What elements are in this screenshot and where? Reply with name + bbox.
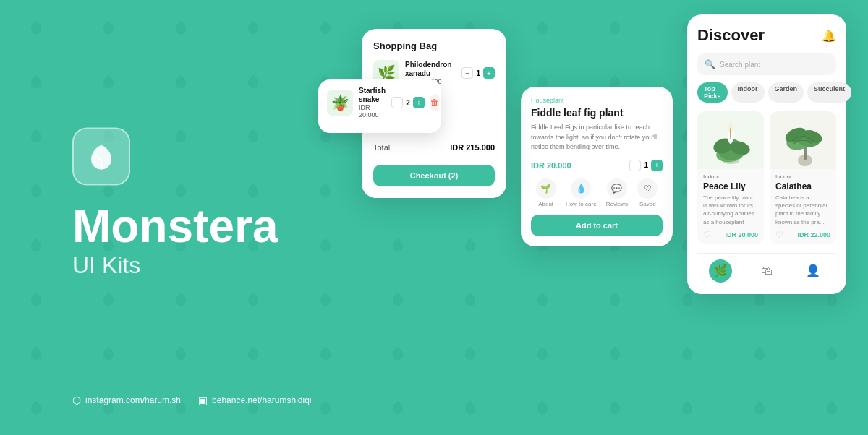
shopping-bag-phone: Shopping Bag 🌿 Philodendron xanadu IDR 1… [362, 29, 506, 198]
reviews-label: Reviews [606, 201, 628, 207]
peace-lily-body: Indoor Peace Lily The peace lily plant i… [697, 169, 764, 244]
brand-title: Monstera [72, 203, 278, 249]
cart-item-2-info: Starfish snake IDR 20.000 [359, 87, 386, 119]
filter-tabs: Top Picks Indoor Garden Succulent [697, 82, 836, 103]
peace-lily-desc: The peace lily plant is well known for i… [703, 194, 758, 226]
calathea-name: Calathea [775, 181, 830, 191]
behance-text: behance.net/harumshidiqi [212, 395, 311, 405]
nav-how-to-care[interactable]: 💧 How to care [566, 178, 597, 207]
about-icon: 🌱 [536, 178, 556, 199]
plant-detail-price: IDR 20.000 [531, 161, 571, 170]
instagram-icon: ⬡ [72, 395, 81, 406]
peace-lily-price: IDR 20.000 [725, 231, 758, 238]
cart-total-value: IDR 215.000 [450, 143, 495, 152]
footer-links: ⬡ instagram.com/harum.sh ▣ behance.net/h… [72, 395, 311, 406]
behance-link[interactable]: ▣ behance.net/harumshidiqi [198, 395, 311, 406]
qty-controls-1: − 1 + [461, 67, 495, 79]
plant-card-calathea[interactable]: Indoor Calathea Calathea is a species of… [770, 111, 836, 244]
qty-decrease-2[interactable]: − [391, 97, 403, 108]
calathea-body: Indoor Calathea Calathea is a species of… [770, 169, 836, 244]
cart-item-2-name: Starfish snake [359, 87, 386, 104]
about-label: About [538, 201, 553, 207]
floating-cart-item: 🪴 Starfish snake IDR 20.000 − 2 + 🗑 [318, 79, 441, 133]
cart-item-2-price: IDR 20.000 [359, 104, 386, 119]
delete-item-btn[interactable]: 🗑 [430, 94, 439, 111]
nav-reviews[interactable]: 💬 Reviews [606, 178, 628, 207]
plant-detail-description: Fiddle Leaf Figs in particular like to r… [531, 123, 663, 152]
qty-increase-1[interactable]: + [483, 67, 495, 79]
qty-value-2: 2 [406, 99, 410, 107]
behance-icon: ▣ [198, 395, 208, 406]
discover-phone: Discover 🔔 🔍 Search plant Top Picks Indo… [687, 14, 846, 294]
filter-garden[interactable]: Garden [768, 82, 804, 103]
price-qty-row: IDR 20.000 − 1 + [531, 160, 663, 171]
calathea-category: Indoor [775, 173, 830, 180]
how-to-care-icon: 💧 [571, 178, 591, 199]
instagram-text: instagram.com/harum.sh [85, 395, 181, 405]
add-to-cart-button[interactable]: Add to cart [531, 215, 663, 236]
plant-qty-controls: − 1 + [629, 160, 663, 171]
qty-increase-2[interactable]: + [413, 97, 425, 108]
qty-controls-2: − 2 + [391, 97, 425, 108]
plant-qty-value: 1 [644, 161, 648, 169]
search-bar[interactable]: 🔍 Search plant [697, 53, 836, 75]
peace-lily-footer: ♡ IDR 20.000 [703, 230, 758, 240]
filter-top-picks[interactable]: Top Picks [697, 82, 728, 103]
leaf-icon [84, 139, 119, 174]
shopping-bag-title: Shopping Bag [373, 40, 495, 51]
saved-label: Saved [639, 201, 656, 207]
nav-bag-icon[interactable]: 🛍 [755, 259, 778, 283]
nav-about[interactable]: 🌱 About [536, 178, 556, 207]
cart-item-2: 🪴 Starfish snake IDR 20.000 − 2 + 🗑 [327, 87, 433, 119]
plant-qty-decrease[interactable]: − [629, 160, 641, 171]
reviews-icon: 💬 [607, 178, 627, 199]
background: // Will be rendered by the populate scri… [0, 0, 868, 435]
nav-profile-icon[interactable]: 👤 [801, 259, 825, 283]
calathea-desc: Calathea is a species of perennial plant… [775, 194, 830, 226]
filter-succulent[interactable]: Succulent [807, 82, 851, 103]
discover-header: Discover 🔔 [697, 26, 836, 45]
nav-home-icon[interactable]: 🌿 [709, 259, 732, 283]
search-placeholder-text: Search plant [720, 61, 760, 69]
filter-indoor[interactable]: Indoor [731, 82, 765, 103]
calathea-footer: ♡ IDR 22.000 [775, 230, 830, 240]
calathea-heart[interactable]: ♡ [775, 230, 783, 240]
plant-category: Houseplant [531, 97, 663, 104]
saved-icon: ♡ [637, 178, 658, 199]
plant-cards-grid: Indoor Peace Lily The peace lily plant i… [697, 111, 836, 244]
calathea-image [770, 111, 836, 169]
plant-detail-name: Fiddle leaf fig plant [531, 107, 663, 119]
instagram-link[interactable]: ⬡ instagram.com/harum.sh [72, 395, 181, 406]
peace-lily-image [697, 111, 764, 169]
bell-icon[interactable]: 🔔 [822, 29, 836, 43]
cart-total: Total IDR 215.000 [373, 137, 495, 158]
nav-saved[interactable]: ♡ Saved [637, 178, 658, 207]
search-icon: 🔍 [705, 59, 715, 69]
peace-lily-heart[interactable]: ♡ [703, 230, 711, 240]
how-to-care-label: How to care [566, 201, 597, 207]
discover-bottom-nav: 🌿 🛍 👤 [697, 253, 836, 283]
cart-total-label: Total [373, 143, 390, 152]
plant-detail-phone: Houseplant Fiddle leaf fig plant Fiddle … [521, 87, 673, 246]
left-section: Monstera UI Kits [72, 128, 278, 308]
checkout-button[interactable]: Checkout (2) [373, 165, 495, 186]
peace-lily-name: Peace Lily [703, 181, 758, 191]
qty-decrease-1[interactable]: − [461, 67, 473, 79]
svg-rect-105 [730, 128, 731, 139]
cart-item-1-name: Philodendron xanadu [405, 61, 456, 78]
discover-title: Discover [697, 26, 765, 45]
peace-lily-category: Indoor [703, 173, 758, 180]
brand-subtitle: UI Kits [72, 252, 278, 279]
plant-card-peace-lily[interactable]: Indoor Peace Lily The peace lily plant i… [697, 111, 764, 244]
phones-container: Shopping Bag 🌿 Philodendron xanadu IDR 1… [362, 14, 846, 294]
cart-item-2-img: 🪴 [327, 90, 353, 116]
plant-qty-increase[interactable]: + [651, 160, 663, 171]
qty-value-1: 1 [476, 69, 480, 77]
app-icon [72, 128, 130, 186]
calathea-price: IDR 22.000 [797, 231, 830, 238]
plant-detail-nav: 🌱 About 💧 How to care 💬 Reviews ♡ Saved [531, 178, 663, 207]
